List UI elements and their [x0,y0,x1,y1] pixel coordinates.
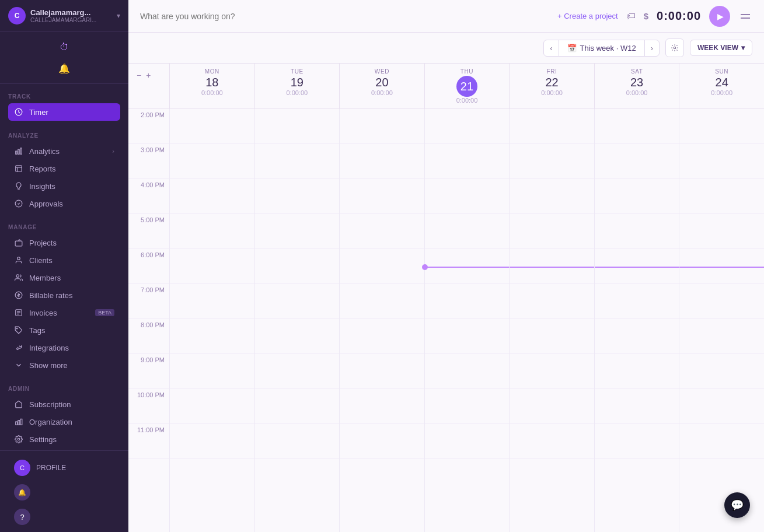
col-tue[interactable] [254,109,340,532]
billable-rates-icon [14,290,23,300]
minus-button[interactable]: − [135,71,142,80]
tags-icon [14,326,23,335]
sidebar-item-approvals[interactable]: Approvals [8,195,120,212]
workspace-avatar: C [8,7,26,24]
clients-icon [14,256,23,265]
svg-rect-4 [16,166,22,172]
col-sat[interactable] [594,109,679,532]
day-num-2: 20 [343,76,421,89]
day-header-1: TUE 19 0:00:00 [254,64,340,108]
day-header-5: SAT 23 0:00:00 [594,64,679,108]
tag-icon-btn[interactable]: 🏷 [626,11,636,22]
next-week-button[interactable]: › [645,40,659,56]
sidebar-item-organization[interactable]: Organization [8,413,120,430]
day-header-4: FRI 22 0:00:00 [509,64,594,108]
sidebar-item-projects[interactable]: Projects [8,234,120,251]
sidebar-item-subscription[interactable]: Subscription [8,396,120,413]
col-sun[interactable] [679,109,764,532]
clients-label: Clients [29,256,53,265]
dollar-icon-btn[interactable]: $ [644,11,648,21]
calendar-icon: 📅 [567,44,577,52]
task-input[interactable] [140,12,550,21]
settings-icon [14,435,23,444]
sidebar-item-reports[interactable]: Reports [8,160,120,177]
sidebar-item-insights[interactable]: Insights [8,177,120,195]
insights-label: Insights [29,182,55,191]
analytics-label: Analytics [29,147,60,156]
show-more-label: Show more [29,361,68,370]
create-project-button[interactable]: + Create a project [557,12,618,20]
sidebar-item-invoices[interactable]: Invoices BETA [8,304,120,321]
col-thu[interactable] [424,109,510,532]
sidebar-bottom: C PROFILE 🔔 ? [0,450,128,532]
week-view-button[interactable]: WEEK VIEW ▾ [690,40,752,56]
sidebar-item-integrations[interactable]: Integrations [8,339,120,356]
week-label: 📅 This week · W12 [559,40,645,56]
sidebar-item-tags[interactable]: Tags [8,321,120,339]
bell-icon-btn[interactable]: 🔔 [54,58,75,79]
time-10pm: 10:00 PM [128,389,169,424]
more-options-button[interactable] [738,12,752,21]
admin-section: ADMIN Subscription Organization Settings [0,376,128,450]
calendar-body: 2:00 PM 3:00 PM 4:00 PM 5:00 PM 6:00 PM … [128,109,764,532]
svg-rect-14 [20,419,22,425]
profile-label: PROFILE [36,464,66,472]
day-num-5: 23 [598,76,676,89]
sidebar-item-members[interactable]: Members [8,269,120,286]
topbar: + Create a project 🏷 $ 0:00:00 ▶ [128,0,764,33]
plus-button[interactable]: + [145,71,152,80]
chat-bubble-button[interactable]: 💬 [724,492,750,518]
icon-nav: ⏱ 🔔 [0,32,128,84]
day-name-4: FRI [513,68,591,75]
svg-rect-3 [20,148,22,155]
time-3pm: 3:00 PM [128,144,169,179]
svg-rect-1 [16,151,17,154]
day-time-4: 0:00:00 [513,89,591,96]
day-name-5: SAT [598,68,676,75]
svg-point-7 [18,257,20,260]
topbar-input-wrap[interactable] [140,11,550,22]
sidebar-item-timer[interactable]: Timer [8,103,120,121]
day-time-5: 0:00:00 [598,89,676,96]
sidebar-item-clients[interactable]: Clients [8,251,120,269]
sidebar-item-settings[interactable]: Settings [8,430,120,448]
notification-row[interactable]: 🔔 [8,480,120,505]
analytics-chevron-icon: › [112,148,114,155]
svg-point-8 [16,275,19,278]
tags-label: Tags [29,326,45,335]
prev-week-button[interactable]: ‹ [544,40,558,56]
analyze-label: ANALYZE [8,132,120,139]
help-row[interactable]: ? [8,505,120,529]
clock-icon-btn[interactable]: ⏱ [54,37,75,58]
day-name-2: WED [343,68,421,75]
calendar-settings-button[interactable] [665,38,684,57]
profile-row[interactable]: C PROFILE [8,456,120,480]
track-label: TRACK [8,93,120,100]
play-button[interactable]: ▶ [709,6,730,27]
col-mon[interactable] [169,109,254,532]
day-num-6: 24 [683,76,760,89]
timer-label: Timer [29,108,48,117]
svg-rect-6 [15,241,22,246]
day-time-3: 0:00:00 [428,97,506,104]
workspace-chevron-icon: ▾ [117,12,120,20]
invoices-label: Invoices [29,309,57,317]
insights-icon [14,181,23,191]
sidebar-item-billable-rates[interactable]: Billable rates [8,286,120,304]
svg-rect-13 [18,421,20,425]
more-line-1 [741,14,750,15]
sidebar-item-show-more[interactable]: Show more [8,356,120,374]
analyze-section: ANALYZE Analytics › Reports Insights App… [0,123,128,215]
timer-display: 0:00:00 [657,9,701,23]
week-view-label: WEEK VIEW [697,44,738,52]
projects-label: Projects [29,239,57,247]
projects-icon [14,238,23,247]
help-icon: ? [14,509,30,525]
sidebar-item-analytics[interactable]: Analytics › [8,142,120,160]
day-num-3: 21 [456,76,477,97]
col-fri[interactable] [509,109,594,532]
workspace-header[interactable]: C Callejamamarg... CALLEJAMAMARGARI... ▾ [0,0,128,32]
integrations-label: Integrations [29,344,69,352]
manage-label: MANAGE [8,224,120,230]
col-wed[interactable] [339,109,424,532]
